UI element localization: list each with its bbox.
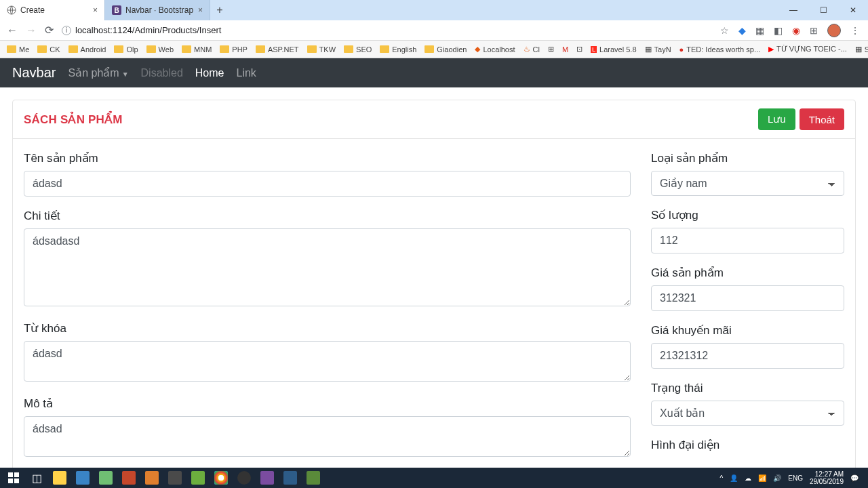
status-select[interactable]: Xuất bản <box>651 401 844 426</box>
bookmark[interactable]: ASP.NET <box>253 45 302 54</box>
bookmark[interactable]: TKW <box>304 45 338 54</box>
keyword-label: Từ khóa <box>24 321 631 336</box>
bookmark[interactable]: Giaodien <box>422 45 469 54</box>
bookmarks-bar: Me CK Android Olp Web MNM PHP ASP.NET TK… <box>0 41 868 58</box>
category-select[interactable]: Giầy nam <box>651 171 844 196</box>
bookmark[interactable]: LLaravel 5.8 <box>588 45 639 54</box>
tab-title: Navbar · Bootstrap <box>125 5 194 15</box>
taskbar-app[interactable] <box>164 468 186 488</box>
profile-avatar[interactable] <box>827 24 841 37</box>
svg-text:B: B <box>114 7 119 14</box>
minimize-button[interactable]: ― <box>778 0 808 20</box>
bookmark[interactable]: MNM <box>179 45 214 54</box>
tray-expand-icon[interactable]: ^ <box>720 474 724 482</box>
bookmark[interactable]: ▦TayN <box>642 45 674 54</box>
ext-icon[interactable]: ◆ <box>738 25 746 36</box>
menu-icon[interactable]: ⋮ <box>850 25 860 36</box>
tab-bootstrap[interactable]: B Navbar · Bootstrap × <box>105 0 210 20</box>
url-text: localhost:1124/Admin/Products/Insert <box>75 25 221 35</box>
bookmark[interactable]: ●TED: Ideas worth sp... <box>677 45 763 54</box>
address-bar[interactable]: i localhost:1124/Admin/Products/Insert <box>62 25 715 35</box>
card-title: SÁCH SẢN PHẨM <box>24 113 123 127</box>
volume-icon[interactable]: 🔊 <box>773 474 781 482</box>
bookmark[interactable]: SEO <box>341 45 374 54</box>
svg-rect-3 <box>8 472 13 477</box>
clock[interactable]: 12:27 AM 29/05/2019 <box>810 470 844 485</box>
name-input[interactable] <box>24 171 631 197</box>
cloud-icon[interactable]: ☁ <box>745 474 751 482</box>
back-button[interactable]: ← <box>7 25 18 36</box>
people-icon[interactable]: 👤 <box>730 474 738 482</box>
detail-textarea[interactable]: ádsadasd <box>24 228 631 306</box>
reload-button[interactable]: ⟳ <box>45 25 54 36</box>
bookmark[interactable]: M <box>559 45 571 54</box>
bookmark[interactable]: ▦Siddharth Panchal's... <box>852 45 868 54</box>
bookmark[interactable]: ▶TỪ VỰNG TOEIC -... <box>766 45 850 54</box>
taskbar-app[interactable] <box>302 468 324 488</box>
close-icon[interactable]: × <box>198 5 203 15</box>
taskbar-app[interactable] <box>95 468 117 488</box>
globe-icon <box>7 5 16 15</box>
svg-rect-6 <box>14 479 19 483</box>
bookmark[interactable]: Me <box>4 45 32 54</box>
notifications-icon[interactable]: 💬 <box>850 474 859 482</box>
ext-icon[interactable]: ◉ <box>792 25 800 36</box>
taskbar-app[interactable] <box>141 468 163 488</box>
desc-label: Mô tả <box>24 396 631 411</box>
taskbar-app[interactable] <box>187 468 209 488</box>
bookmark[interactable]: Olp <box>111 45 140 54</box>
ext-icon[interactable]: ◧ <box>774 25 783 36</box>
forward-button[interactable]: → <box>26 25 37 36</box>
ext-icon[interactable]: ▦ <box>755 25 764 36</box>
new-tab-button[interactable]: + <box>210 0 229 20</box>
bookmark[interactable]: Web <box>144 45 176 54</box>
taskbar-app[interactable] <box>49 468 71 488</box>
bookmark[interactable]: PHP <box>217 45 250 54</box>
bootstrap-icon: B <box>112 5 121 15</box>
tab-title: Create <box>20 5 89 15</box>
star-icon[interactable]: ☆ <box>720 25 729 36</box>
nav-item-home[interactable]: Home <box>195 67 224 79</box>
keyword-textarea[interactable]: ádasd <box>24 341 631 382</box>
taskview-button[interactable]: ◫ <box>26 468 47 488</box>
navbar-brand[interactable]: Navbar <box>12 65 56 81</box>
taskbar-app[interactable] <box>233 468 255 488</box>
tab-create[interactable]: Create × <box>0 0 105 20</box>
exit-button[interactable]: Thoát <box>800 108 844 130</box>
wifi-icon[interactable]: 📶 <box>758 474 766 482</box>
name-label: Tên sản phẩm <box>24 151 631 165</box>
site-info-icon[interactable]: i <box>62 26 71 35</box>
bookmark[interactable]: ♨Cl <box>521 45 542 54</box>
bookmark[interactable]: ⊡ <box>574 45 585 54</box>
taskbar-app[interactable] <box>279 468 301 488</box>
bookmark[interactable]: English <box>377 45 419 54</box>
close-button[interactable]: ✕ <box>838 0 868 20</box>
promo-label: Giá khuyến mãi <box>651 323 844 338</box>
browser-toolbar: ← → ⟳ i localhost:1124/Admin/Products/In… <box>0 20 868 41</box>
qty-input[interactable] <box>651 228 844 253</box>
bookmark[interactable]: ◆Localhost <box>472 45 517 54</box>
taskbar-app[interactable] <box>210 468 232 488</box>
product-card: SÁCH SẢN PHẨM Lưu Thoát Tên sản phẩm Chi… <box>12 100 856 468</box>
window-controls: ― ☐ ✕ <box>778 0 868 20</box>
taskbar-app[interactable] <box>72 468 94 488</box>
svg-rect-4 <box>14 472 19 477</box>
close-icon[interactable]: × <box>93 5 98 15</box>
save-button[interactable]: Lưu <box>758 108 795 130</box>
bookmark[interactable]: Android <box>66 45 109 54</box>
bookmark[interactable]: CK <box>35 45 62 54</box>
price-input[interactable] <box>651 285 844 311</box>
language-indicator[interactable]: ENG <box>788 474 803 482</box>
desc-textarea[interactable]: ádsad <box>24 416 631 457</box>
nav-item-link[interactable]: Link <box>236 67 256 79</box>
ext-icon[interactable]: ⊞ <box>810 25 818 36</box>
nav-item-products[interactable]: Sản phẩm▼ <box>68 66 128 79</box>
start-button[interactable] <box>3 468 24 488</box>
status-label: Trạng thái <box>651 381 844 395</box>
taskbar-app[interactable] <box>118 468 140 488</box>
promo-input[interactable] <box>651 343 844 369</box>
browser-titlebar: Create × B Navbar · Bootstrap × + ― ☐ ✕ <box>0 0 868 20</box>
bookmark[interactable]: ⊞ <box>545 45 557 54</box>
maximize-button[interactable]: ☐ <box>808 0 838 20</box>
taskbar-app[interactable] <box>256 468 278 488</box>
